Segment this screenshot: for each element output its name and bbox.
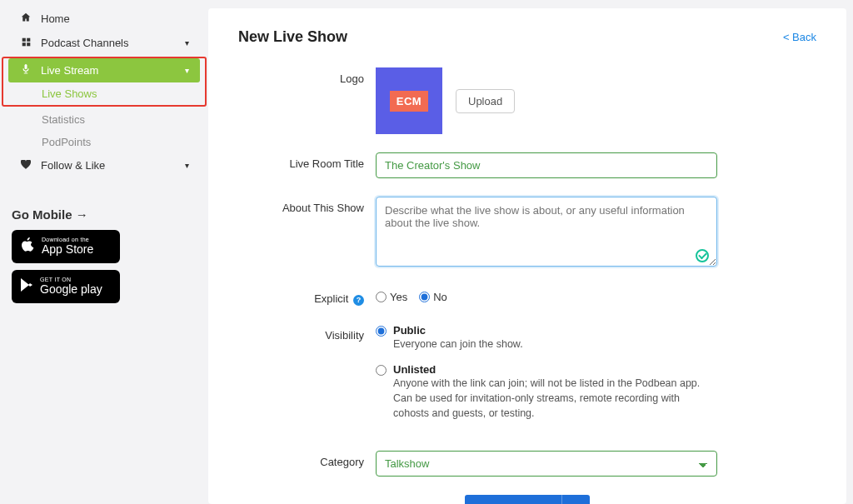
upload-button[interactable]: Upload — [456, 89, 515, 113]
chevron-down-icon: ▾ — [185, 161, 189, 170]
logo-label: Logo — [238, 67, 376, 85]
visibility-unlisted-radio[interactable] — [376, 365, 387, 376]
visibility-unlisted-desc: Anyone with the link can join; will not … — [393, 377, 700, 419]
chevron-down-icon: ▾ — [185, 38, 189, 47]
logo-preview: ECM — [376, 67, 442, 134]
start-now-button[interactable]: Start now — [465, 495, 561, 504]
explicit-yes-option[interactable]: Yes — [376, 291, 407, 303]
go-mobile-heading: Go Mobile → — [12, 207, 197, 222]
apple-icon — [20, 237, 35, 257]
help-icon[interactable]: ? — [353, 295, 364, 306]
explicit-label: Explicit ? — [238, 287, 376, 306]
about-textarea[interactable] — [376, 197, 717, 267]
start-now-dropdown[interactable]: ▴ — [561, 495, 590, 504]
svg-rect-6 — [24, 73, 28, 74]
page-title: New Live Show — [238, 28, 347, 46]
explicit-no-radio[interactable] — [419, 292, 430, 302]
visibility-public-title: Public — [393, 324, 426, 337]
app-store-badge[interactable]: Download on the App Store — [12, 230, 120, 263]
logo-inner-text: ECM — [390, 91, 428, 112]
nav-live-stream[interactable]: Live Stream ▾ — [8, 58, 200, 82]
visibility-public-option[interactable]: Public Everyone can join the show. — [376, 324, 717, 352]
grid-icon — [19, 37, 32, 49]
microphone-icon — [19, 64, 32, 77]
nav-podcast-channels[interactable]: Podcast Channels ▾ — [8, 31, 200, 55]
nav-label: Home — [41, 12, 189, 25]
explicit-yes-radio[interactable] — [376, 292, 387, 302]
sidebar: Home Podcast Channels ▾ Live Stream ▾ — [0, 0, 208, 504]
heart-icon — [19, 160, 32, 172]
badge-big-text: Google play — [40, 283, 102, 296]
title-label: Live Room Title — [238, 152, 376, 178]
nav-live-shows[interactable]: Live Shows — [8, 82, 200, 105]
visibility-label: Visibility — [238, 324, 376, 433]
back-link[interactable]: < Back — [783, 31, 816, 43]
start-now-split-button[interactable]: Start now ▴ — [465, 495, 589, 504]
svg-rect-4 — [25, 64, 27, 69]
visibility-unlisted-option[interactable]: Unlisted Anyone with the link can join; … — [376, 363, 717, 421]
nav-podpoints[interactable]: PodPoints — [8, 131, 200, 153]
main-panel: New Live Show < Back Logo ECM Upload Liv… — [208, 8, 846, 504]
nav-statistics[interactable]: Statistics — [8, 108, 200, 131]
live-room-title-input[interactable] — [376, 152, 717, 178]
svg-rect-3 — [27, 42, 30, 46]
visibility-public-desc: Everyone can join the show. — [393, 338, 523, 350]
google-play-badge[interactable]: GET IT ON Google play — [12, 270, 120, 303]
svg-rect-1 — [27, 37, 30, 41]
nav-label: Podcast Channels — [41, 37, 185, 49]
nav-label: Live Stream — [41, 64, 185, 77]
nav-label: Follow & Like — [41, 159, 185, 172]
highlight-box: Live Stream ▾ Live Shows — [2, 57, 207, 107]
category-label: Category — [238, 451, 376, 477]
google-play-icon — [20, 277, 33, 297]
explicit-no-option[interactable]: No — [419, 291, 447, 303]
visibility-unlisted-title: Unlisted — [393, 363, 436, 376]
nav-follow-like[interactable]: Follow & Like ▾ — [8, 153, 200, 177]
svg-rect-0 — [22, 37, 25, 41]
home-icon — [19, 12, 32, 25]
svg-rect-5 — [25, 71, 26, 72]
svg-rect-2 — [22, 42, 25, 46]
go-mobile-section: Go Mobile → Download on the App Store GE… — [8, 207, 200, 303]
chevron-down-icon: ▾ — [185, 66, 189, 75]
nav-home[interactable]: Home — [8, 7, 200, 31]
about-label: About This Show — [238, 197, 376, 269]
visibility-public-radio[interactable] — [376, 326, 387, 337]
badge-big-text: App Store — [42, 243, 93, 256]
category-select[interactable]: Talkshow — [376, 451, 717, 477]
